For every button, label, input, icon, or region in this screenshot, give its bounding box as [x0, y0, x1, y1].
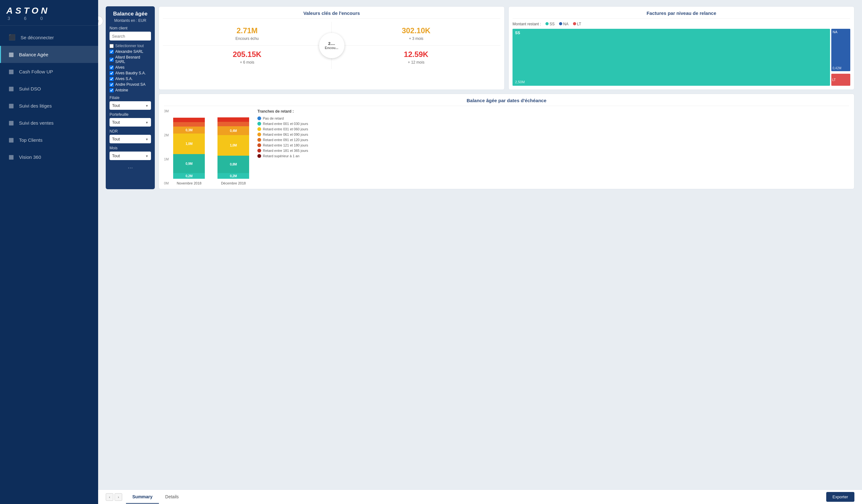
client-alexandre-checkbox[interactable]	[109, 50, 114, 54]
kpi-value-0: 2.71M	[166, 26, 328, 35]
kpi-value-3: 12.59K	[335, 50, 497, 59]
legend-sq-6	[257, 149, 261, 152]
treemap-ss: SS 2,50M	[512, 29, 830, 86]
treemap-na: NA 0,42M	[831, 29, 850, 71]
seg-nov-3: 0,3M	[173, 127, 205, 133]
select-all-label: Sélectionner tout	[115, 44, 144, 48]
legend-sq-5	[257, 143, 261, 147]
seg-dec-2: 1,0M	[218, 135, 249, 156]
tab-prev-button[interactable]: ‹	[106, 493, 113, 501]
client-andrepruvost[interactable]: Andre Pruvost SA	[109, 82, 151, 87]
client-andrepruvost-checkbox[interactable]	[109, 83, 114, 87]
tab-nav: ‹ ›	[106, 493, 122, 501]
legend-ss: SS	[546, 22, 554, 26]
sidebar-item-suividso[interactable]: ▦ Suivi DSO	[0, 80, 98, 97]
kpi-overlay: 2.... Encou...	[319, 33, 344, 58]
legend-lt: LT	[573, 22, 581, 26]
more-button[interactable]: ...	[109, 163, 151, 170]
select-all-item[interactable]: Sélectionner tout	[109, 43, 151, 49]
client-allard[interactable]: Allard Besnard SARL	[109, 54, 151, 65]
client-antoine-label: Antoine	[115, 88, 128, 92]
client-alves-label: Alves	[115, 65, 125, 70]
logout-icon: ⬛	[9, 34, 15, 41]
sidebar-item-vision360[interactable]: ▦ Vision 360	[0, 148, 98, 165]
legend-label-4: Retard entre 091 et 120 jours	[263, 138, 308, 142]
seg-nov-0: 0,2M	[173, 173, 205, 179]
balance-chart-area: 3M 2M 1M 0M 0,2M 0,9M	[164, 109, 249, 185]
sidebar-item-balance[interactable]: ▦ Balance Agée	[0, 46, 98, 63]
portefeuille-section: Portefeuille Tout	[109, 112, 151, 127]
client-antoine[interactable]: Antoine	[109, 87, 151, 93]
factures-card-title: Factures par niveau de relance	[512, 11, 850, 19]
treemap-ss-amount: 2,50M	[515, 80, 525, 84]
logo-text: ASTON	[6, 6, 92, 16]
legend-item-6: Retard entre 181 et 365 jours	[257, 149, 308, 152]
legend-sq-4	[257, 138, 261, 142]
bar-stack-novembre: 0,2M 0,9M 1,0M 0,3M 0,2M 0,2M	[173, 109, 205, 179]
seg-nov-5: 0,2M	[173, 118, 205, 122]
client-allard-checkbox[interactable]	[109, 57, 114, 62]
bar-stack-decembre: 0,2M 0,8M 1,0M 0,4M 0,2M 0,2M	[218, 109, 249, 179]
filiale-select[interactable]: Tout	[109, 101, 151, 110]
client-alves[interactable]: Alves	[109, 65, 151, 70]
filter-panel-title: Balance âgée	[109, 11, 151, 17]
tab-summary[interactable]: Summary	[126, 490, 159, 504]
client-alves-checkbox[interactable]	[109, 66, 114, 70]
legend-item-5: Retard entre 121 et 180 jours	[257, 143, 308, 147]
sidebar-item-suiviventes[interactable]: ▦ Suivi des ventes	[0, 114, 98, 131]
factures-legend: Montant restant : SS NA LT	[512, 22, 850, 26]
portefeuille-select[interactable]: Tout	[109, 118, 151, 127]
sidebar-item-topclients[interactable]: ▦ Top Clients	[0, 131, 98, 148]
kpi-label-3: + 12 mois	[335, 60, 497, 65]
ndr-label: NDR	[109, 129, 151, 133]
legend-sq-1	[257, 122, 261, 125]
suividso-icon: ▦	[9, 85, 14, 92]
kpi-cell-0: 2.71M Encours échu	[163, 22, 331, 45]
legend-label-3: Retard entre 061 et 090 jours	[263, 133, 308, 136]
legend-title: Tranches de retard :	[257, 109, 308, 114]
kpi-overlay-value: 2....	[328, 41, 335, 46]
kpi-overlay-label: Encou...	[325, 46, 338, 50]
client-alvesbaudry[interactable]: Alves Baudry S.A.	[109, 70, 151, 76]
export-button[interactable]: Exporter	[826, 492, 854, 502]
y-label-2m: 2M	[164, 133, 169, 137]
y-label-0m: 0M	[164, 181, 169, 185]
legend-item-0: Pas de retard	[257, 117, 308, 120]
client-alexandre[interactable]: Alexandre SARL	[109, 49, 151, 54]
sidebar-item-deconnecter[interactable]: ⬛ Se déconnecter	[0, 29, 98, 46]
sidebar-item-cashfollowup[interactable]: ▦ Cash Follow UP	[0, 63, 98, 80]
legend-item-4: Retard entre 091 et 120 jours	[257, 138, 308, 142]
mois-select[interactable]: Tout	[109, 151, 151, 160]
tab-details[interactable]: Details	[159, 490, 185, 504]
filter-panel: Balance âgée Montants en : EUR Nom clien…	[106, 6, 155, 189]
seg-dec-1: 0,8M	[218, 156, 249, 173]
legend-label-7: Retard supérieur à 1 an	[263, 154, 299, 158]
ndr-select-wrapper: Tout	[109, 135, 151, 143]
sidebar-label-suividso: Suivi DSO	[19, 86, 41, 91]
seg-dec-5: 0,2M	[218, 117, 249, 122]
select-all-checkbox[interactable]	[109, 44, 114, 48]
sidebar-label-topclients: Top Clients	[19, 137, 42, 143]
filiale-select-wrapper: Tout	[109, 101, 151, 110]
legend-item-1: Retard entre 001 et 030 jours	[257, 122, 308, 125]
bar-label-novembre: Novembre 2018	[177, 181, 201, 185]
tab-next-button[interactable]: ›	[115, 493, 122, 501]
sidebar-label-deconnecter: Se déconnecter	[21, 35, 54, 40]
legend-label-2: Retard entre 031 et 060 jours	[263, 127, 308, 131]
ndr-select[interactable]: Tout	[109, 135, 151, 143]
client-alvessa-checkbox[interactable]	[109, 77, 114, 81]
client-antoine-checkbox[interactable]	[109, 88, 114, 92]
factures-card: Factures par niveau de relance Montant r…	[508, 6, 854, 90]
kpi-card: Valeurs clés de l'encours 2.71M Encours …	[159, 6, 505, 90]
client-alvessa[interactable]: Alves S.A.	[109, 76, 151, 82]
balance-card-title: Balance âgée par dates d'échéance	[164, 98, 849, 106]
mois-select-wrapper: Tout	[109, 151, 151, 160]
ventes-icon: ▦	[9, 119, 14, 126]
kpi-card-title: Valeurs clés de l'encours	[163, 11, 500, 19]
kpi-label-1: + 3 mois	[335, 36, 497, 41]
sidebar-item-suiviolitiiges[interactable]: ▦ Suivi des litiges	[0, 97, 98, 114]
sidebar: ASTON 3 6 0 ⬛ Se déconnecter ▦ Balance A…	[0, 0, 98, 504]
seg-dec-3: 0,4M	[218, 126, 249, 135]
legend-label-1: Retard entre 001 et 030 jours	[263, 122, 308, 125]
client-alvesbaudry-checkbox[interactable]	[109, 71, 114, 75]
